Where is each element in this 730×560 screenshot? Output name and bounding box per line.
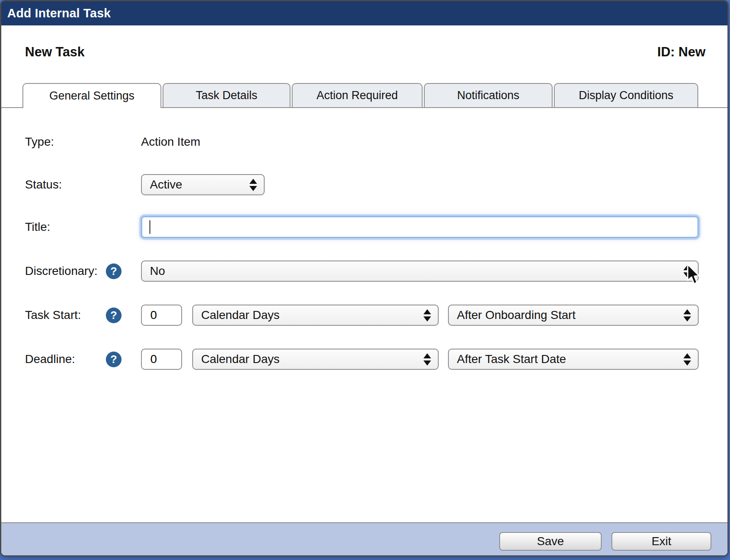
tab-general-settings[interactable]: General Settings — [22, 83, 161, 108]
task-start-offset-input[interactable] — [141, 305, 182, 326]
dialog-titlebar: Add Internal Task — [1, 1, 727, 25]
title-input[interactable] — [141, 216, 699, 238]
type-label: Type: — [25, 135, 141, 149]
status-select-value: Active — [150, 178, 182, 191]
dialog-footer: Save Exit — [1, 522, 727, 555]
task-start-label: Task Start: — [25, 308, 106, 322]
tab-display-conditions[interactable]: Display Conditions — [554, 83, 698, 107]
deadline-row: Deadline: ? Calendar Days After Task Sta… — [25, 349, 699, 370]
exit-button[interactable]: Exit — [611, 532, 711, 551]
task-start-row: Task Start: ? Calendar Days After Onboar… — [25, 305, 699, 326]
save-button[interactable]: Save — [499, 532, 602, 551]
tab-action-required[interactable]: Action Required — [292, 83, 423, 107]
select-stepper-icon — [418, 309, 431, 322]
deadline-unit-select[interactable]: Calendar Days — [192, 349, 439, 370]
task-name-heading: New Task — [25, 44, 85, 60]
task-start-unit-select[interactable]: Calendar Days — [192, 305, 439, 326]
deadline-reference-value: After Task Start Date — [457, 352, 566, 366]
status-select[interactable]: Active — [141, 174, 265, 195]
tab-label: General Settings — [49, 89, 134, 103]
discretionary-help-icon[interactable]: ? — [106, 263, 122, 279]
title-row: Title: — [25, 216, 699, 238]
discretionary-row: Discretionary: ? No — [25, 261, 699, 282]
type-row: Type: Action Item — [25, 131, 699, 152]
task-start-help-icon[interactable]: ? — [106, 308, 122, 323]
tab-label: Display Conditions — [579, 89, 674, 102]
task-start-unit-value: Calendar Days — [201, 308, 279, 322]
deadline-reference-select[interactable]: After Task Start Date — [448, 349, 699, 370]
discretionary-select[interactable]: No — [141, 261, 699, 282]
deadline-help-icon[interactable]: ? — [106, 352, 122, 367]
text-caret — [149, 220, 150, 234]
tab-bar: General Settings Task Details Action Req… — [1, 83, 727, 108]
select-stepper-icon — [678, 309, 691, 322]
deadline-label: Deadline: — [25, 352, 106, 366]
tab-label: Task Details — [196, 89, 257, 102]
discretionary-label: Discretionary: — [25, 264, 106, 278]
title-label: Title: — [25, 220, 141, 234]
type-value: Action Item — [141, 135, 200, 149]
deadline-offset-input[interactable] — [141, 349, 182, 370]
task-start-reference-value: After Onboarding Start — [457, 308, 575, 322]
discretionary-select-value: No — [150, 264, 165, 278]
dialog-title: Add Internal Task — [7, 6, 111, 20]
deadline-unit-value: Calendar Days — [201, 352, 279, 366]
tab-label: Notifications — [457, 89, 519, 102]
select-stepper-icon — [244, 179, 257, 191]
header-row: New Task ID: New — [25, 44, 705, 60]
status-label: Status: — [25, 178, 141, 191]
title-input-wrap — [141, 216, 699, 238]
status-row: Status: Active — [25, 174, 699, 195]
add-internal-task-dialog: Add Internal Task New Task ID: New Gener… — [0, 0, 729, 557]
tab-label: Action Required — [316, 89, 398, 102]
select-stepper-icon — [418, 353, 431, 366]
tab-task-details[interactable]: Task Details — [163, 83, 290, 107]
task-id-label: ID: New — [657, 44, 705, 60]
select-stepper-icon — [678, 353, 691, 366]
task-start-reference-select[interactable]: After Onboarding Start — [448, 305, 699, 326]
select-stepper-icon — [678, 265, 691, 277]
tab-notifications[interactable]: Notifications — [424, 83, 553, 107]
